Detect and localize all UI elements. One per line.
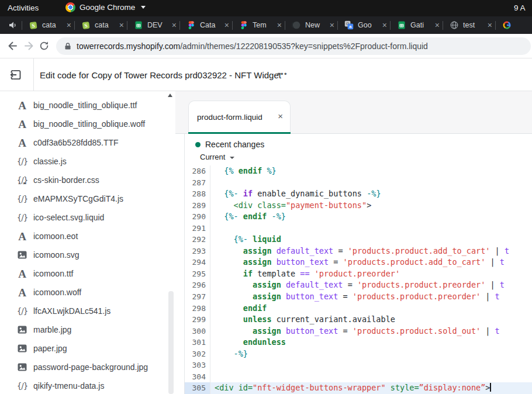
browser-tab[interactable]: Tem× (233, 16, 285, 34)
browser-tab-title: DEV (147, 21, 170, 29)
lock-icon[interactable] (64, 42, 71, 50)
editor-file-tab[interactable]: product-form.liquid × (188, 101, 291, 134)
partial-file-row: A (16, 182, 29, 186)
url-domain: towerrecords.myshopify.com (77, 42, 180, 51)
line-number: 300 (185, 326, 210, 337)
tab-close-icon[interactable]: × (330, 21, 334, 29)
file-name: icomoon.ttf (33, 269, 73, 278)
code-line-290[interactable]: 290 {%- endif -%} (185, 211, 532, 223)
code-text (210, 360, 215, 371)
reload-icon[interactable] (39, 40, 50, 51)
line-number: 295 (185, 268, 210, 280)
sidebar-file-item[interactable]: {/}ico-select.svg.liquid (0, 208, 175, 227)
code-line-287[interactable]: 287 (185, 177, 532, 189)
sidebar-file-item[interactable]: marble.jpg (0, 320, 175, 339)
code-line-297[interactable]: 297 assign button_text = 'products.produ… (185, 291, 532, 303)
more-actions-button[interactable]: ••• (274, 69, 291, 79)
sidebar-scrollbar-thumb[interactable] (168, 291, 174, 394)
tab-close-icon[interactable]: × (488, 21, 492, 29)
code-line-286[interactable]: 286 {% endif %} (185, 165, 532, 177)
sidebar-file-item[interactable]: password-page-background.jpg (0, 358, 175, 376)
browser-tab[interactable] (496, 16, 516, 34)
code-line-298[interactable]: 298 endif (185, 303, 532, 314)
version-dropdown[interactable]: Current (200, 153, 234, 161)
sidebar-file-item[interactable]: {/}eMAPMXSyTCgGdiT4.js (0, 189, 175, 208)
browser-tab[interactable]: DEV× (127, 16, 179, 34)
sidebar-file-item[interactable]: Abig_noodle_titling_oblique.ttf (0, 96, 175, 115)
image-file-icon (16, 251, 29, 259)
sidebar-file-item[interactable]: Aicomoon.woff (0, 283, 175, 302)
sidebar-file-item[interactable]: Aicomoon.eot (0, 227, 175, 246)
code-line-296[interactable]: 296 assign default_text = 'products.prod… (185, 279, 532, 291)
sidebar-file-item[interactable]: {/}cs-skin-border.css (0, 171, 175, 189)
app-menu-button[interactable]: Google Chrome (65, 2, 146, 12)
sidebar-file-item[interactable]: Ac0df3a6b528fdd85.TTF (0, 133, 175, 152)
tab-close-icon[interactable]: × (277, 21, 282, 29)
code-text (210, 371, 215, 383)
code-line-305[interactable]: 305<div id="nft-widget-buttons-wrapper" … (185, 382, 532, 394)
browser-tab[interactable]: test× (443, 16, 495, 34)
browser-tab-title: cata (42, 21, 65, 29)
sidebar-file-item[interactable]: {/}qikify-tmenu-data.js (0, 376, 175, 394)
version-panel: Recent changes Current (184, 134, 532, 165)
browser-toolbar: towerrecords.myshopify.com/admin/themes/… (0, 34, 532, 58)
clock-label[interactable]: 9 A (514, 4, 526, 12)
figma-icon (186, 20, 196, 30)
browser-tab[interactable]: Scata× (22, 16, 74, 34)
sidebar-file-item[interactable]: {/}classie.js (0, 152, 175, 171)
tab-close-icon[interactable]: × (382, 21, 387, 29)
code-area[interactable]: 286 {% endif %}287288 {%- if enable_dyna… (184, 165, 532, 394)
browser-tab[interactable]: GaGoo× (338, 16, 390, 34)
code-line-294[interactable]: 294 assign button_text = 'products.produ… (185, 257, 532, 268)
sidebar-file-item[interactable]: Aicomoon.ttf (0, 264, 175, 283)
code-line-288[interactable]: 288 {%- if enable_dynamic_buttons -%} (185, 188, 532, 200)
code-text: assign button_text = 'products.product.s… (210, 326, 500, 337)
code-line-293[interactable]: 293 assign default_text = 'products.prod… (185, 246, 532, 257)
file-name: ico-select.svg.liquid (33, 213, 104, 222)
line-number: 287 (185, 177, 210, 189)
sidebar-file-item[interactable]: icomoon.svg (0, 246, 175, 264)
file-name: lfcAXLwjkDALc541.js (33, 306, 110, 316)
line-number: 305 (185, 382, 210, 394)
back-icon[interactable] (6, 40, 19, 52)
browser-tab[interactable]: Cata× (180, 16, 232, 34)
scrollbar-up-icon[interactable] (168, 94, 172, 97)
code-file-icon: {/} (16, 306, 29, 316)
exit-code-editor-button[interactable] (9, 68, 22, 81)
tab-close-icon[interactable]: × (119, 21, 124, 29)
tab-close-icon[interactable]: × (435, 21, 440, 29)
browser-tab[interactable]: Scata× (75, 16, 127, 34)
code-line-300[interactable]: 300 assign button_text = 'products.produ… (185, 326, 532, 337)
code-line-303[interactable]: 303 (185, 360, 532, 371)
sidebar-file-item[interactable]: Abig_noodle_titling_oblique.woff (0, 115, 175, 133)
sidebar-file-item[interactable]: {/}lfcAXLwjkDALc541.js (0, 302, 175, 320)
browser-tab[interactable]: Gati× (391, 16, 443, 34)
code-line-295[interactable]: 295 if template == 'product.preorder' (185, 268, 532, 280)
code-line-292[interactable]: 292 {%- liquid (185, 234, 532, 246)
code-text: assign button_text = 'products.product.p… (210, 291, 500, 303)
code-file-icon: {/} (16, 194, 29, 203)
code-line-291[interactable]: 291 (185, 223, 532, 234)
tab-close-icon[interactable]: × (172, 21, 177, 29)
page-title: Edit code for Copy of Tower Records prd0… (40, 70, 281, 80)
url-text: towerrecords.myshopify.com/admin/themes/… (77, 42, 428, 51)
code-text: <div class="payment-buttons"> (210, 200, 371, 212)
forward-icon[interactable] (23, 40, 35, 52)
code-line-299[interactable]: 299 unless current_variant.available (185, 314, 532, 326)
browser-tab[interactable]: New× (285, 16, 337, 34)
code-line-302[interactable]: 302 -%} (185, 348, 532, 360)
tab-close-icon[interactable]: × (224, 21, 229, 29)
file-name: big_noodle_titling_oblique.ttf (33, 101, 137, 110)
code-line-289[interactable]: 289 <div class="payment-buttons"> (185, 200, 532, 212)
code-line-304[interactable]: 304 (185, 371, 532, 383)
line-number: 302 (185, 348, 210, 360)
tab-close-icon[interactable]: × (278, 112, 283, 120)
text-cursor (490, 383, 491, 392)
activities-button[interactable]: Activities (8, 4, 39, 12)
shopify-header: Edit code for Copy of Tower Records prd0… (0, 58, 532, 91)
sidebar-file-item[interactable]: paper.jpg (0, 339, 175, 358)
code-line-301[interactable]: 301 endunless (185, 337, 532, 348)
tab-close-icon[interactable]: × (67, 21, 71, 29)
address-bar[interactable]: towerrecords.myshopify.com/admin/themes/… (56, 37, 531, 55)
code-text: <div id="nft-widget-buttons-wrapper" sty… (210, 382, 491, 394)
